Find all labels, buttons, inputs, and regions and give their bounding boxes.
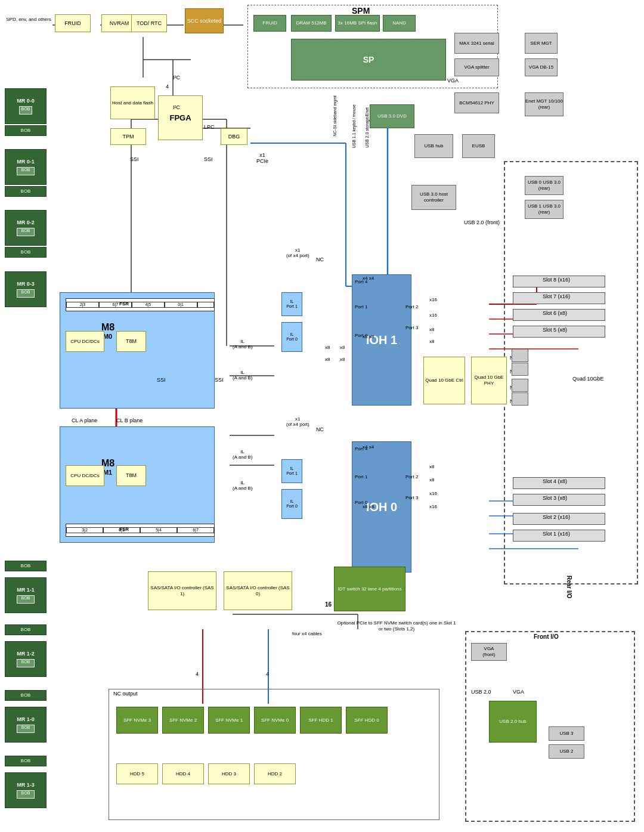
cpu-dc0-block: CPU DC/DCs	[66, 331, 104, 352]
x16-ioh0-port2: x16	[429, 491, 437, 496]
sixteen-label: 16	[325, 601, 332, 608]
sff-nvme1-block: SFF NVMe 1	[208, 707, 250, 734]
slot8-block	[513, 276, 605, 287]
x8-ioh0-port1: x8	[429, 464, 434, 469]
bob12-1: BOB	[5, 624, 47, 635]
tod-rtc-block: TOD/ RTC	[131, 14, 167, 32]
x8-slot-left1: x8	[325, 345, 330, 350]
il-port0-ioh0-block: ILPort 0	[281, 489, 302, 519]
usb30-host-block: USB 3.0 host controller	[411, 185, 456, 210]
ser-mgt-block: SER MGT	[525, 33, 558, 54]
x1-pcie-label: x1PCIe	[256, 152, 268, 164]
slot2-block	[513, 513, 605, 525]
sas-sata0-block: SAS/SATA I/O controller (SAS 0)	[224, 571, 292, 610]
mr11-block: MR 1-1 BOB	[5, 577, 47, 613]
usb30-dvd-block: USB 3.0 DVD	[370, 104, 414, 128]
mr00-block: MR 0-0 BOB	[5, 88, 47, 124]
optional-pcie-label: Optional PCIe to SFF NVMe switch card(s)…	[337, 620, 456, 633]
usb2-front-block: USB 2	[549, 744, 584, 759]
mr01-block: MR 0-1 BOB	[5, 149, 47, 185]
eusb-block: EUSB	[462, 134, 495, 158]
il-port1-ioh1-block: ILPort 1	[281, 292, 302, 316]
slot1-block	[513, 530, 605, 542]
spd-label: SPD, env, and others	[5, 5, 52, 35]
il-ab3-label: IL(A and B)	[233, 449, 252, 460]
x1-of-x4-1-label: x1(of x4 port)	[286, 248, 309, 258]
fsr-bot-cm1: 3|2 0|1 5|4 6|7	[66, 524, 215, 537]
nc-label1: NC	[316, 256, 324, 262]
net2-port	[512, 349, 528, 362]
il-port0-ioh1-block: ILPort 0	[281, 322, 302, 352]
x8-ioh0-port1b: x8	[429, 477, 434, 483]
lpc-label: LPC	[204, 124, 215, 130]
cl-a-label: CL A plane	[72, 417, 97, 423]
vga-db15-block: VGA DB-15	[525, 58, 558, 76]
il-ab2-label: IL(A and B)	[233, 370, 252, 381]
sff-hdd1-block: SFF HDD 1	[300, 707, 342, 734]
bob01-block: BOB	[5, 186, 47, 197]
bob00-block: BOB	[5, 125, 47, 136]
net1-port	[512, 379, 528, 392]
mr03-block: MR 0-3 BOB	[5, 271, 47, 307]
ssi-fpga2: SSI	[204, 156, 213, 162]
nand-block: NAND	[383, 15, 416, 32]
dbg-block: DBG	[221, 128, 247, 145]
x1-of-x4-2-label: x1(of x4 port)	[286, 416, 309, 427]
sff-nvme2-block: SFF NVMe 2	[162, 707, 204, 734]
sff-nvme0-block: SFF NVMe 0	[254, 707, 296, 734]
vga-splitter-block: VGA splitter	[454, 58, 499, 76]
slot3-block	[513, 494, 605, 506]
usb3-front-block: USB 3	[549, 726, 584, 741]
x8-ioh1-port3: x8	[429, 327, 434, 332]
vga-front-block: VGA(front)	[471, 643, 507, 661]
i2c-4-label: 4	[166, 83, 169, 89]
bob10-1: BOB	[5, 690, 47, 701]
ssi-fpga1: SSI	[130, 156, 139, 162]
fpga-block: FPGA	[158, 95, 203, 140]
usb-hub-internal-block: USB hub	[414, 134, 453, 158]
quad-10gbe-phy-block: Quad 10 GbE PHY	[471, 357, 507, 404]
enet-mgt-block: Enet MGT 10/100 (rear)	[525, 92, 564, 116]
four-x4-cables-label: four x4 cables	[292, 631, 322, 636]
scc-block: SCC socketed	[185, 8, 224, 33]
hdd5-block: HDD 5	[116, 763, 158, 784]
sas-sata1-block: SAS/SATA I/O controller (SAS 1)	[148, 571, 216, 610]
four-label2: 4	[266, 671, 269, 677]
block-diagram: SPD, env, and others FRUID NVRAM TOD/ RT…	[0, 0, 644, 832]
mr02-block: MR 0-2 BOB	[5, 210, 47, 246]
bcm54612-block: BCM54612 PHY	[454, 92, 499, 113]
slot7-block	[513, 292, 605, 304]
il-port1-ioh0-block: ILPort 1	[281, 459, 302, 483]
nc-label2: NC	[316, 426, 324, 432]
fruid-top-block: FRUID	[55, 14, 91, 32]
sff-hdd0-block: SFF HDD 0	[346, 707, 388, 734]
spi-flash-block: 3x 16MB SPI flash	[335, 15, 380, 32]
t8m0-block: T8M	[116, 331, 146, 352]
usb11-label: USB 1.1 keybd / mouse	[352, 104, 356, 149]
usb20-storage-label: USB 2.0 storage/Enet	[365, 107, 369, 148]
net0-port	[512, 392, 528, 406]
dram-block: DRAM 512MB	[291, 15, 332, 32]
i2c-label1: I²C	[173, 75, 180, 81]
x8-ioh1-port3b: x8	[429, 339, 434, 344]
mr13-block: MR 1-3 BOB	[5, 772, 47, 808]
sp-block: SP	[291, 39, 446, 81]
hdd3-block: HDD 3	[208, 763, 250, 784]
host-data-flash-block: Host and data flash	[110, 86, 155, 119]
hdd2-block: HDD 2	[254, 763, 296, 784]
x16-ioh1-port1: x16	[429, 297, 437, 302]
ioh0-block: IOH 0	[352, 441, 411, 573]
hdd4-block: HDD 4	[162, 763, 204, 784]
quad-10gbe-ctrl-block: Quad 10 GbE Ctrl	[423, 357, 465, 404]
tpm-block: TPM	[110, 128, 146, 145]
x8-slot-left2: x8	[340, 345, 345, 350]
sff-nvme3-block: SFF NVMe 3	[116, 707, 158, 734]
max3241-block: MAX 3241 serial	[454, 33, 499, 54]
il-ab4-label: IL(A and B)	[233, 480, 252, 491]
il-ab1-label: IL(A and B)	[233, 339, 252, 349]
x16-ioh1-port2: x16	[429, 313, 437, 318]
slot5-block	[513, 326, 605, 338]
four-label1: 4	[196, 671, 199, 677]
net3-port	[512, 363, 528, 376]
idt-switch-block: IDT switch 32 lane 4 partitions	[334, 567, 405, 611]
